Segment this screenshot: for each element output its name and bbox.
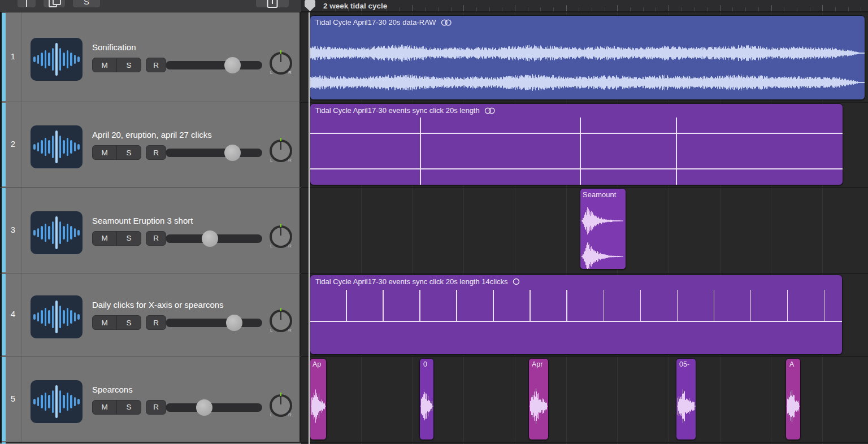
track-header-row[interactable]: 5 Spearcons M S R L R — [0, 356, 301, 442]
solo-button[interactable]: S — [117, 146, 141, 159]
ruler-tick — [605, 7, 605, 11]
record-enable-button[interactable]: R — [146, 145, 166, 160]
waveform-bar-icon — [37, 397, 40, 406]
waveform-bar-icon — [74, 312, 76, 321]
waveform-bar-icon — [77, 230, 80, 236]
waveform-bar-icon — [67, 308, 69, 326]
mute-solo-group: M S — [92, 58, 141, 72]
waveform-bar-icon — [45, 308, 47, 326]
mute-button[interactable]: M — [93, 58, 116, 72]
track-name[interactable]: Sonification — [92, 42, 136, 52]
layers-tool-button[interactable] — [43, 0, 66, 8]
mute-button[interactable]: M — [93, 146, 116, 159]
track-waveform-icon[interactable] — [31, 125, 83, 168]
track-waveform-icon[interactable] — [31, 380, 83, 423]
record-enable-button[interactable]: R — [146, 231, 166, 246]
region-label: Ap — [313, 360, 321, 368]
volume-slider[interactable] — [166, 234, 262, 243]
waveform-bar-icon — [48, 140, 50, 154]
mute-button[interactable]: M — [93, 316, 116, 329]
record-enable-button[interactable]: R — [146, 315, 166, 330]
volume-slider-handle[interactable] — [196, 399, 212, 416]
track-name[interactable]: Seamount Eruption 3 short — [92, 216, 193, 225]
audio-region-spearcon[interactable]: 0 — [419, 358, 434, 440]
solo-button[interactable]: S — [117, 316, 141, 329]
track-number[interactable]: 3 — [6, 225, 20, 234]
divider — [21, 102, 22, 187]
track-color-strip — [2, 13, 6, 101]
track-header-row[interactable]: 1 Sonification M S R L R — [0, 12, 301, 102]
ruler-tick — [425, 7, 426, 11]
pan-center-tick — [280, 224, 281, 227]
timeline-ruler[interactable]: 2 week tidal cycle — [301, 0, 868, 12]
volume-slider[interactable] — [166, 61, 262, 69]
pan-right-label: R — [288, 158, 292, 163]
waveform-bar-icon — [59, 136, 62, 158]
solo-button[interactable]: S — [117, 58, 141, 72]
volume-slider-handle[interactable] — [224, 57, 241, 73]
volume-slider[interactable] — [166, 403, 262, 412]
arrange-area[interactable]: Tidal Cycle April17-30 20s data-RAW Tida… — [301, 12, 868, 444]
click-event-line — [580, 117, 581, 185]
waveform — [420, 359, 434, 440]
volume-slider-handle[interactable] — [202, 230, 218, 247]
volume-slider[interactable] — [166, 319, 262, 327]
track-header-row[interactable]: 3 Seamount Eruption 3 short M S R L R — [0, 187, 301, 273]
waveform-bar-icon — [63, 395, 65, 408]
waveform-bar-icon — [55, 385, 58, 418]
audio-region-spearcon[interactable]: 05- — [676, 358, 696, 440]
volume-slider-handle[interactable] — [224, 145, 241, 161]
audio-region-tidal-raw[interactable]: Tidal Cycle April17-30 20s data-RAW — [310, 15, 865, 100]
waveform-bar-icon — [63, 53, 65, 66]
waveform-bar-icon — [52, 390, 54, 413]
audio-region-14clicks[interactable]: Tidal Cycle April17-30 events sync click… — [310, 275, 843, 355]
waveform-bar-icon — [59, 221, 62, 244]
audio-region-events-sync[interactable]: Tidal Cycle April17-30 events sync click… — [310, 103, 843, 185]
track-name[interactable]: April 20, eruption, april 27 clicks — [92, 130, 212, 140]
waveform-bar-icon — [63, 140, 65, 154]
click-event-line — [750, 290, 752, 321]
track-waveform-icon[interactable] — [31, 295, 83, 338]
export-button[interactable] — [255, 0, 289, 8]
pan-center-tick — [280, 393, 281, 396]
track-name[interactable]: Daily clicks for X-axis or spearcons — [92, 300, 224, 310]
solo-button[interactable]: S — [117, 232, 141, 245]
waveform — [310, 359, 327, 440]
waveform-bar-icon — [52, 306, 54, 328]
record-enable-button[interactable]: R — [146, 58, 166, 72]
waveform-bar-icon — [67, 50, 69, 68]
track-color-strip — [2, 188, 6, 272]
track-number[interactable]: 5 — [6, 394, 20, 403]
track-waveform-icon[interactable] — [31, 211, 83, 254]
region-label: Tidal Cycle April17-30 20s data-RAW — [315, 18, 453, 27]
audio-region-spearcon[interactable]: A — [785, 358, 801, 440]
mute-button[interactable]: M — [93, 232, 116, 245]
volume-slider[interactable] — [166, 149, 262, 157]
solo-mode-button[interactable]: S — [72, 0, 101, 8]
waveform-bar-icon — [52, 48, 54, 71]
playhead[interactable] — [309, 12, 310, 444]
volume-slider-handle[interactable] — [226, 315, 242, 331]
mute-button[interactable]: M — [93, 401, 116, 414]
track-number[interactable]: 4 — [6, 309, 20, 319]
track-waveform-icon[interactable] — [31, 38, 83, 81]
marker-flag-icon[interactable] — [305, 0, 315, 11]
solo-button[interactable]: S — [117, 401, 141, 414]
audio-region-seamount[interactable]: Seamount — [580, 188, 626, 269]
audio-region-spearcon[interactable]: Ap — [310, 358, 327, 440]
track-header-row[interactable]: 4 Daily clicks for X-axis or spearcons M… — [0, 273, 301, 356]
record-enable-button[interactable]: R — [146, 400, 166, 415]
pan-needle — [280, 54, 281, 62]
track-header-row[interactable]: 2 April 20, eruption, april 27 clicks M … — [0, 102, 301, 187]
waveform-bar-icon — [48, 53, 50, 66]
ruler-tick — [707, 7, 708, 11]
track-number[interactable]: 2 — [6, 139, 20, 149]
audio-region-spearcon[interactable]: Apr — [528, 358, 549, 440]
ruler-tick — [412, 5, 413, 11]
track-number[interactable]: 1 — [6, 51, 20, 61]
region-label: A — [789, 360, 794, 368]
track-name[interactable]: Spearcons — [92, 385, 133, 394]
click-event-line — [530, 290, 531, 321]
track-color-strip — [2, 357, 6, 441]
pointer-tool-button[interactable] — [17, 0, 36, 8]
